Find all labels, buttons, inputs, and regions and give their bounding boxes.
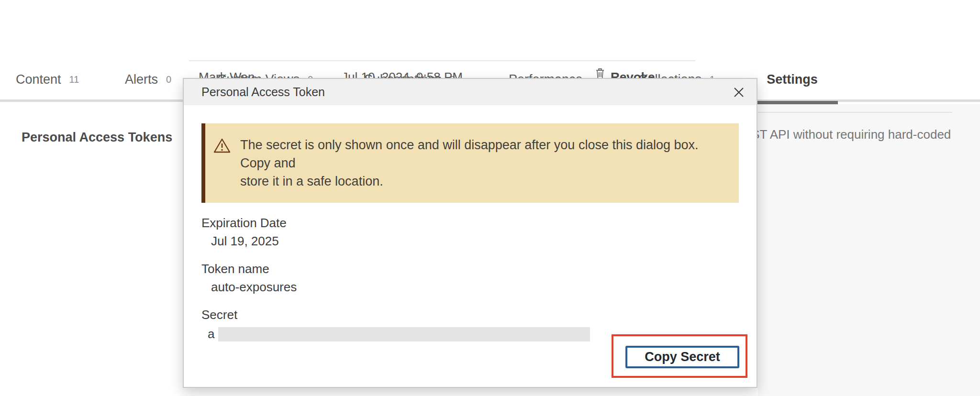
background-right-panel <box>758 104 980 396</box>
warning-banner: The secret is only shown once and will d… <box>201 123 739 203</box>
close-icon[interactable] <box>732 85 746 99</box>
secret-label: Secret <box>201 308 739 322</box>
warning-line-2: store it in a safe location. <box>240 172 727 190</box>
table-row-divider <box>189 60 695 61</box>
active-tab-underline <box>746 101 838 104</box>
token-name-value: auto-exposures <box>211 280 739 295</box>
expiration-date-label: Expiration Date <box>201 216 739 231</box>
dialog-title: Personal Access Token <box>201 85 325 99</box>
warning-message: The secret is only shown once and will d… <box>240 136 727 190</box>
warning-triangle-icon <box>213 138 231 156</box>
dialog-body: The secret is only shown once and will d… <box>184 123 757 396</box>
dialog-header: Personal Access Token <box>184 79 757 105</box>
secret-row: a <box>201 327 739 341</box>
section-label: Personal Access Tokens <box>22 130 172 145</box>
secret-redacted-bar <box>218 327 590 341</box>
pat-description-text: REST API without requiring hard-coded <box>734 127 951 142</box>
personal-access-token-dialog: Personal Access Token The secret is only <box>183 78 757 388</box>
copy-secret-button[interactable]: Copy Secret <box>625 346 739 368</box>
token-name-label: Token name <box>201 262 739 276</box>
section-divider <box>758 112 952 113</box>
warning-line-1: The secret is only shown once and will d… <box>240 136 727 172</box>
expiration-date-value: Jul 19, 2025 <box>211 234 739 249</box>
secret-visible-text: a <box>208 327 214 341</box>
settings-page: REST API without requiring hard-coded Co… <box>0 0 980 396</box>
